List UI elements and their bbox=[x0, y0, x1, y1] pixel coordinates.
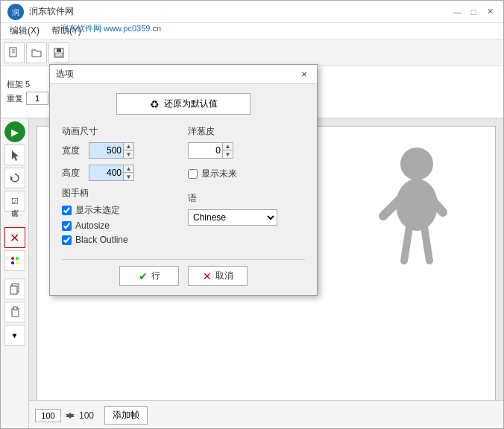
show-future-row: 显示未来 bbox=[188, 168, 305, 180]
height-up-button[interactable]: ▲ bbox=[123, 165, 133, 173]
width-up-button[interactable]: ▲ bbox=[123, 143, 133, 150]
show-unselected-label: 显示未选定 bbox=[75, 204, 120, 217]
onion-skin-title: 洋葱皮 bbox=[188, 125, 305, 138]
autosize-label: Autosize bbox=[75, 220, 110, 231]
show-unselected-row: 显示未选定 bbox=[62, 204, 179, 217]
width-row: 宽度 ▲ ▼ bbox=[62, 142, 179, 159]
width-down-button[interactable]: ▼ bbox=[123, 150, 133, 158]
cancel-button[interactable]: ✕ 取消 bbox=[188, 266, 248, 286]
height-down-button[interactable]: ▼ bbox=[123, 173, 133, 180]
show-unselected-checkbox[interactable] bbox=[62, 206, 72, 215]
black-outline-label: Black Outline bbox=[75, 235, 128, 245]
onion-down-button[interactable]: ▼ bbox=[222, 150, 233, 158]
black-outline-checkbox[interactable] bbox=[62, 235, 72, 245]
height-row: 高度 ▲ ▼ bbox=[62, 165, 179, 181]
height-input-container: ▲ ▼ bbox=[89, 165, 134, 181]
dialog-overlay: 选项 × ♻ 还原为默认值 动画尺寸 宽度 bbox=[1, 1, 503, 428]
width-spinner: ▲ ▼ bbox=[123, 143, 133, 158]
onion-input[interactable] bbox=[189, 143, 222, 158]
language-select[interactable]: Chinese English Japanese Korean bbox=[188, 209, 277, 226]
show-future-checkbox[interactable] bbox=[188, 169, 198, 179]
reset-label: 还原为默认值 bbox=[164, 98, 218, 110]
options-dialog: 选项 × ♻ 还原为默认值 动画尺寸 宽度 bbox=[49, 64, 318, 296]
width-input-container: ▲ ▼ bbox=[89, 142, 134, 159]
dialog-title-bar: 选项 × bbox=[50, 65, 317, 84]
animation-size-title: 动画尺寸 bbox=[62, 125, 179, 138]
width-label: 宽度 bbox=[62, 144, 84, 157]
width-input[interactable] bbox=[89, 143, 123, 158]
height-spinner: ▲ ▼ bbox=[123, 165, 133, 180]
autosize-checkbox[interactable] bbox=[62, 221, 72, 231]
reset-defaults-button[interactable]: ♻ 还原为默认值 bbox=[116, 93, 251, 115]
height-input[interactable] bbox=[89, 165, 123, 180]
recycle-icon: ♻ bbox=[150, 98, 160, 110]
onion-row: ▲ ▼ bbox=[188, 142, 305, 159]
onion-spinner: ▲ ▼ bbox=[222, 143, 233, 158]
app-window: 润 润东软件网 — □ ✕ 润东软件网 www.pc0359.cn 编辑(X) … bbox=[0, 0, 504, 429]
onion-up-button[interactable]: ▲ bbox=[222, 143, 233, 150]
autosize-row: Autosize bbox=[62, 220, 179, 231]
language-select-container: Chinese English Japanese Korean bbox=[188, 209, 305, 226]
cancel-label: 取消 bbox=[215, 270, 233, 282]
dialog-right-col: 洋葱皮 ▲ ▼ 显示未来 bbox=[188, 125, 305, 249]
dialog-footer: ✔ 行 ✕ 取消 bbox=[62, 259, 305, 286]
dialog-close-button[interactable]: × bbox=[297, 68, 311, 81]
dialog-body: ♻ 还原为默认值 动画尺寸 宽度 ▲ bbox=[50, 84, 317, 295]
check-icon: ✔ bbox=[139, 270, 148, 282]
dialog-left-col: 动画尺寸 宽度 ▲ ▼ 高度 bbox=[62, 125, 179, 249]
black-outline-row: Black Outline bbox=[62, 235, 179, 245]
show-future-label: 显示未来 bbox=[201, 168, 237, 180]
figure-handles-title: 图手柄 bbox=[62, 187, 179, 200]
dialog-columns: 动画尺寸 宽度 ▲ ▼ 高度 bbox=[62, 125, 305, 249]
onion-input-container: ▲ ▼ bbox=[188, 142, 233, 159]
x-icon: ✕ bbox=[203, 270, 212, 282]
language-title: 语 bbox=[188, 192, 305, 205]
ok-label: 行 bbox=[151, 270, 160, 282]
height-label: 高度 bbox=[62, 167, 84, 179]
ok-button[interactable]: ✔ 行 bbox=[119, 266, 179, 286]
dialog-title: 选项 bbox=[56, 68, 297, 80]
